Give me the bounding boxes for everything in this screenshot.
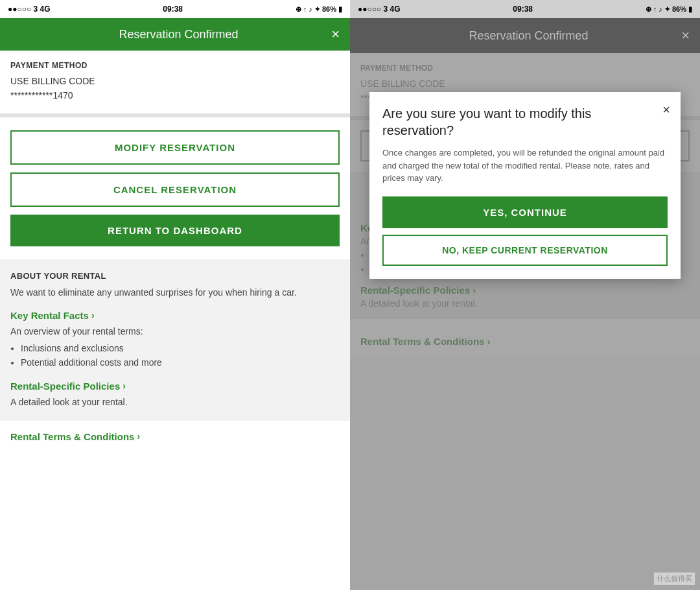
battery-info-right: ⊕ ↑ ♪ ✦ 86% ▮ [646,5,692,14]
header-bar-left: Reservation Confirmed × [0,18,350,51]
status-left-right: ●●○○○ 3 4G [358,5,401,14]
return-dashboard-button[interactable]: RETURN TO DASHBOARD [10,215,340,246]
status-bar-right: ●●○○○ 3 4G 09:38 ⊕ ↑ ♪ ✦ 86% ▮ [350,0,700,18]
right-phone: ●●○○○ 3 4G 09:38 ⊕ ↑ ♪ ✦ 86% ▮ Reservati… [350,0,700,590]
terms-section[interactable]: Rental Terms & Conditions › [0,421,350,456]
chevron-icon: › [91,310,95,320]
status-left: ●●○○○ 3 4G [8,5,51,14]
about-text: We want to eliminate any unwanted surpri… [10,286,340,300]
watermark: 什么值得买 [654,572,695,585]
yes-continue-button[interactable]: YES, CONTINUE [382,196,668,228]
terms-link[interactable]: Rental Terms & Conditions › [10,431,340,442]
policies-label: Rental-Specific Policies [10,381,120,392]
billing-line1: USE BILLING CODE [10,74,340,88]
chevron-icon: › [137,431,140,442]
header-title-right: Reservation Confirmed [376,29,681,43]
chevron-icon: › [122,381,126,391]
terms-label: Rental Terms & Conditions [10,431,134,442]
payment-label: PAYMENT METHOD [10,61,340,70]
payment-section: PAYMENT METHOD USE BILLING CODE ********… [0,51,350,113]
about-section: ABOUT YOUR RENTAL We want to eliminate a… [0,259,350,421]
about-title: ABOUT YOUR RENTAL [10,271,340,281]
modify-reservation-button[interactable]: MODIFY RESERVATION [10,130,340,165]
bullet-item: Potential additional costs and more [21,355,340,370]
key-rental-bullets: Inclusions and exclusions Potential addi… [21,341,340,370]
status-bar-left: ●●○○○ 3 4G 09:38 ⊕ ↑ ♪ ✦ 86% ▮ [0,0,350,18]
policies-desc: A detailed look at your rental. [10,395,340,409]
billing-line2: ************1470 [10,88,340,102]
left-phone: ●●○○○ 3 4G 09:38 ⊕ ↑ ♪ ✦ 86% ▮ Reservati… [0,0,350,590]
status-right: ⊕ ↑ ♪ ✦ 86% ▮ [296,5,342,14]
cancel-reservation-button[interactable]: CANCEL RESERVATION [10,172,340,207]
header-bar-right: Reservation Confirmed × [350,18,700,53]
key-rental-facts[interactable]: Key Rental Facts › An overview of your r… [10,310,340,370]
bullet-item: Inclusions and exclusions [21,341,340,355]
battery-info: ⊕ ↑ ♪ ✦ 86% ▮ [296,5,342,14]
content-left: PAYMENT METHOD USE BILLING CODE ********… [0,51,350,590]
action-buttons: MODIFY RESERVATION CANCEL RESERVATION RE… [0,117,350,259]
time-display-right: 09:38 [513,5,533,14]
modal-title: Are you sure you want to modify this res… [382,105,668,139]
no-keep-button[interactable]: NO, KEEP CURRENT RESERVATION [382,235,668,266]
modify-modal: × Are you sure you want to modify this r… [369,92,681,279]
modal-close-button[interactable]: × [662,102,670,117]
status-right-right: ⊕ ↑ ♪ ✦ 86% ▮ [646,5,692,14]
signal-indicator: ●●○○○ 3 4G [8,5,51,14]
header-title-left: Reservation Confirmed [26,28,331,41]
rental-policies[interactable]: Rental-Specific Policies › A detailed lo… [10,381,340,409]
close-button-right: × [681,27,690,44]
key-rental-link[interactable]: Key Rental Facts › [10,310,340,321]
policies-link[interactable]: Rental-Specific Policies › [10,381,340,392]
signal-indicator-right: ●●○○○ 3 4G [358,5,401,14]
time-display: 09:38 [163,5,183,14]
modal-text: Once changes are completed, you will be … [382,147,668,185]
right-content-area: PAYMENT METHOD USE BILLING CODE ********… [350,53,700,590]
key-rental-label: Key Rental Facts [10,310,89,321]
close-button-left[interactable]: × [331,27,340,41]
key-rental-desc: An overview of your rental terms: [10,325,340,338]
modal-overlay: × Are you sure you want to modify this r… [350,53,700,590]
